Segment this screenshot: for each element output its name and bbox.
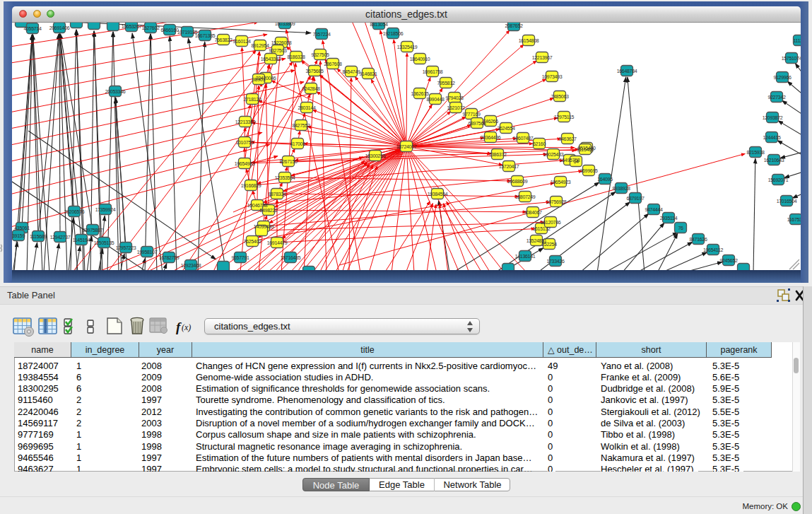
svg-text:9327505: 9327505 [311, 52, 329, 57]
svg-text:62160: 62160 [533, 141, 546, 146]
svg-text:12093872: 12093872 [763, 115, 783, 120]
svg-text:10688609: 10688609 [507, 179, 528, 184]
svg-text:15751074: 15751074 [782, 56, 801, 61]
svg-text:16210643: 16210643 [764, 158, 784, 163]
svg-text:2803144: 2803144 [298, 105, 316, 110]
svg-text:8878334: 8878334 [268, 192, 286, 197]
svg-text:15716485: 15716485 [281, 255, 301, 260]
svg-text:8427552: 8427552 [292, 123, 310, 128]
svg-text:1145194: 1145194 [73, 238, 90, 243]
svg-text:20364436: 20364436 [481, 135, 501, 140]
svg-text:8471626: 8471626 [689, 237, 707, 242]
svg-text:f: f [176, 320, 182, 334]
svg-text:16961758: 16961758 [423, 69, 443, 74]
svg-text:16033809: 16033809 [275, 23, 295, 26]
svg-text:15226058: 15226058 [271, 40, 292, 45]
svg-text:9245652: 9245652 [719, 258, 738, 263]
svg-text:14099489: 14099489 [254, 224, 274, 229]
svg-text:76: 76 [678, 226, 683, 230]
svg-text:12975115: 12975115 [554, 115, 575, 119]
svg-text:6466160: 6466160 [160, 28, 179, 33]
svg-text:10653267: 10653267 [122, 24, 142, 29]
svg-text:16648784: 16648784 [617, 69, 637, 74]
svg-text:2867608: 2867608 [324, 62, 342, 66]
svg-text:19218506: 19218506 [383, 31, 404, 36]
svg-text:9146821: 9146821 [359, 71, 377, 76]
svg-text:12923468: 12923468 [181, 263, 201, 268]
svg-text:1115689: 1115689 [30, 234, 47, 239]
svg-text:7625402: 7625402 [243, 239, 261, 244]
svg-text:7357224: 7357224 [312, 32, 331, 37]
svg-text:18807249: 18807249 [515, 194, 536, 199]
svg-text:10607487: 10607487 [513, 136, 534, 141]
svg-text:164095: 164095 [597, 177, 613, 182]
svg-text:20691406: 20691406 [49, 25, 70, 30]
svg-text:12353594: 12353594 [275, 175, 295, 180]
svg-text:3624554: 3624554 [497, 126, 515, 131]
svg-text:9463627: 9463627 [558, 136, 577, 141]
svg-text:1362615: 1362615 [411, 91, 429, 96]
svg-text:15720417: 15720417 [499, 164, 519, 169]
svg-text:12942737: 12942737 [50, 235, 71, 240]
svg-text:12213967: 12213967 [532, 55, 553, 60]
svg-text:17957223: 17957223 [116, 245, 136, 250]
svg-text:(x): (x) [182, 322, 191, 332]
svg-text:8267150: 8267150 [279, 159, 298, 164]
svg-text:4055714: 4055714 [23, 26, 42, 31]
svg-text:16782759: 16782759 [159, 255, 180, 260]
svg-text:1167534: 1167534 [787, 217, 801, 222]
svg-text:8990448: 8990448 [426, 97, 445, 102]
svg-text:2935114: 2935114 [660, 216, 678, 221]
svg-text:93975887: 93975887 [83, 228, 103, 233]
svg-text:10025433: 10025433 [543, 152, 564, 157]
svg-text:435061: 435061 [14, 226, 30, 230]
svg-text:11121: 11121 [794, 38, 801, 43]
svg-text:8813054: 8813054 [370, 23, 388, 27]
svg-text:3675685: 3675685 [305, 69, 324, 74]
svg-text:18724007: 18724007 [396, 144, 417, 149]
svg-text:6879197: 6879197 [626, 196, 645, 201]
svg-text:9327503: 9327503 [269, 48, 287, 53]
svg-text:1010755: 1010755 [235, 140, 254, 145]
svg-text:19654983: 19654983 [235, 161, 255, 166]
svg-text:417006: 417006 [290, 141, 305, 146]
svg-text:9794028: 9794028 [445, 95, 464, 100]
svg-text:14136141: 14136141 [515, 254, 536, 259]
svg-text:16120746: 16120746 [541, 220, 561, 225]
svg-text:15692071: 15692071 [768, 177, 789, 182]
svg-text:1527602: 1527602 [141, 25, 160, 30]
svg-text:12213369: 12213369 [235, 119, 256, 124]
svg-text:19654923: 19654923 [551, 180, 571, 185]
svg-text:252254: 252254 [541, 242, 557, 247]
svg-text:18300295: 18300295 [365, 153, 386, 158]
svg-text:18640910: 18640910 [410, 57, 430, 62]
svg-text:19756928: 19756928 [546, 199, 567, 204]
svg-text:19958107: 19958107 [137, 250, 158, 255]
svg-text:7955812: 7955812 [437, 81, 455, 86]
svg-text:9129966: 9129966 [773, 75, 792, 80]
svg-text:9115460: 9115460 [577, 147, 594, 152]
svg-text:9160124: 9160124 [233, 39, 251, 44]
svg-text:5498222: 5498222 [259, 208, 278, 213]
svg-text:16543382: 16543382 [261, 57, 281, 62]
svg-text:12505135: 12505135 [94, 240, 114, 245]
svg-text:9474444: 9474444 [645, 207, 663, 212]
svg-text:1733426: 1733426 [546, 259, 565, 264]
svg-text:8938928: 8938928 [612, 186, 630, 191]
svg-text:10046798: 10046798 [247, 203, 268, 208]
svg-text:39159: 39159 [12, 233, 25, 238]
svg-text:16914479: 16914479 [267, 240, 288, 245]
svg-text:2087652: 2087652 [505, 23, 523, 28]
svg-text:16154808: 16154808 [519, 38, 539, 43]
svg-text:7485063: 7485063 [551, 94, 569, 99]
svg-text:9699695: 9699695 [579, 168, 598, 173]
svg-text:10973493: 10973493 [542, 74, 563, 79]
svg-text:9242848: 9242848 [302, 86, 320, 91]
svg-text:7663822: 7663822 [214, 37, 233, 42]
svg-text:9777169: 9777169 [462, 112, 481, 117]
svg-text:2718120: 2718120 [243, 97, 261, 102]
svg-text:8912954: 8912954 [251, 43, 269, 48]
svg-text:10654112: 10654112 [703, 247, 724, 252]
svg-text:1621072: 1621072 [447, 105, 465, 110]
svg-text:20053346: 20053346 [105, 89, 126, 94]
